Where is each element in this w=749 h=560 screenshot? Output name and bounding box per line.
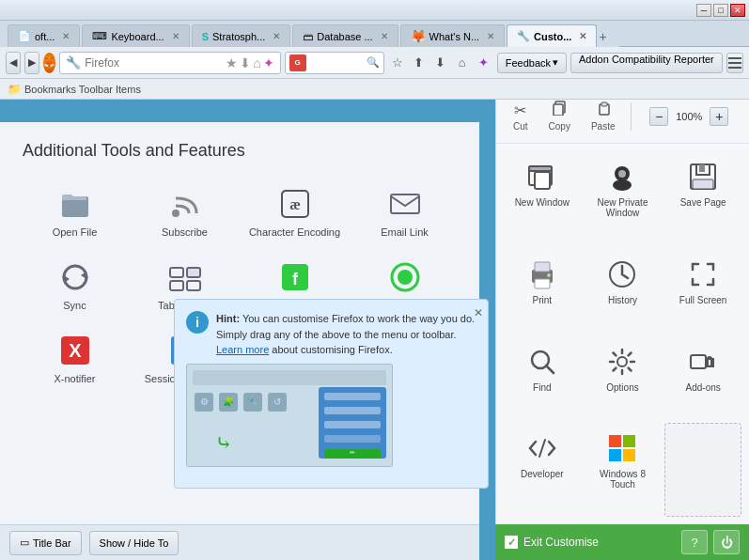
- panel-item-private-window[interactable]: New Private Window: [585, 151, 662, 245]
- upload-icon[interactable]: ⬆: [410, 54, 429, 72]
- cut-button[interactable]: ✂ Cut: [506, 98, 536, 135]
- hint-menu-item-1: [324, 393, 381, 400]
- tab-favicon-3: 🗃: [303, 31, 313, 42]
- panel-item-developer[interactable]: Developer: [504, 423, 581, 517]
- new-tab-button[interactable]: +: [599, 26, 617, 47]
- tab-4[interactable]: 🦊 What's N... ✕: [400, 24, 505, 47]
- home-icon[interactable]: ⌂: [253, 55, 260, 70]
- panel-item-win8touch[interactable]: Windows 8 Touch: [585, 423, 662, 517]
- panel-item-find[interactable]: Find: [504, 336, 581, 420]
- hint-learn-more-link[interactable]: Learn more: [216, 344, 269, 355]
- hint-menu-icon: ✏: [350, 448, 355, 459]
- panel-label-history: History: [608, 295, 637, 305]
- hint-link-after: about customising Firefox.: [272, 344, 392, 355]
- close-button[interactable]: ✕: [730, 4, 745, 17]
- tab-0[interactable]: 📄 oft... ✕: [8, 24, 80, 47]
- exit-customise-button[interactable]: ✓ Exit Customise: [505, 536, 676, 549]
- zoom-minus-button[interactable]: −: [649, 107, 668, 126]
- search-input[interactable]: [308, 57, 365, 69]
- tab-close-5[interactable]: ✕: [579, 31, 586, 41]
- tool-sync[interactable]: Sync: [23, 253, 127, 317]
- bookmark-star-icon[interactable]: ★: [226, 55, 238, 70]
- address-bar[interactable]: 🔧 ★ ⬇ ⌂ ✦: [59, 52, 280, 74]
- addon-purple-icon[interactable]: ✦: [475, 54, 493, 72]
- svg-rect-10: [187, 281, 200, 290]
- panel-label-print: Print: [533, 295, 553, 305]
- svg-rect-9: [187, 268, 200, 277]
- svg-rect-38: [699, 164, 705, 172]
- star-icon[interactable]: ☆: [388, 54, 407, 72]
- home-nav-icon[interactable]: ⌂: [453, 54, 472, 72]
- panel-item-print[interactable]: Print: [504, 249, 581, 333]
- panel-item-empty: [664, 423, 741, 517]
- options-icon: [605, 345, 639, 379]
- panel-item-save-page[interactable]: Save Page: [664, 151, 741, 245]
- power-button[interactable]: ⏻: [713, 530, 740, 554]
- feedback-button[interactable]: Feedback ▾: [497, 53, 567, 73]
- tab-close-2[interactable]: ✕: [273, 31, 280, 41]
- find-icon: [525, 345, 559, 379]
- paste-button[interactable]: Paste: [584, 97, 623, 135]
- panel-label-options: Options: [606, 382, 638, 393]
- help-button[interactable]: ?: [681, 530, 708, 554]
- tool-icon-subscribe: [166, 185, 204, 223]
- search-bar[interactable]: G 🔍: [285, 52, 384, 74]
- address-input[interactable]: [85, 56, 226, 70]
- title-bar-button[interactable]: ▭ Title Bar: [9, 531, 82, 555]
- tool-icon-feedly: f: [276, 258, 314, 296]
- download-nav-icon[interactable]: ⬇: [431, 54, 450, 72]
- tool-xnotifier[interactable]: X X-notifier: [23, 326, 127, 390]
- tab-label-2: Stratosph...: [212, 31, 265, 42]
- panel-item-history[interactable]: History: [585, 249, 662, 333]
- tool-open-file[interactable]: Open File: [23, 179, 127, 243]
- tab-favicon-4: 🦊: [411, 29, 426, 43]
- sim-icon-4: ↺: [268, 393, 287, 412]
- tab-2[interactable]: S Stratosph... ✕: [192, 24, 291, 47]
- menu-line-2: [728, 62, 741, 64]
- panel-item-addons[interactable]: Add-ons: [664, 336, 741, 420]
- tool-email-link[interactable]: Email Link: [352, 179, 457, 243]
- tab-label-3: Database ...: [317, 31, 372, 42]
- tab-favicon-0: 📄: [18, 30, 31, 42]
- panel-item-new-window[interactable]: New Window: [504, 151, 581, 245]
- panel-item-options[interactable]: Options: [585, 336, 662, 420]
- paste-label: Paste: [591, 121, 616, 132]
- tab-label-4: What's N...: [429, 31, 479, 42]
- minimize-button[interactable]: ─: [696, 4, 711, 17]
- forward-button[interactable]: ▶: [24, 52, 39, 74]
- tab-3[interactable]: 🗃 Database ... ✕: [292, 24, 398, 47]
- tab-close-4[interactable]: ✕: [487, 31, 494, 41]
- hint-bold: Hint:: [216, 313, 240, 324]
- search-magnify-icon[interactable]: 🔍: [367, 56, 380, 69]
- tool-char-encoding[interactable]: æ Character Encoding: [242, 179, 347, 243]
- addon-reporter-button[interactable]: Addon Compatibility Reporter: [570, 53, 723, 73]
- download-icon[interactable]: ⬇: [240, 55, 251, 70]
- hint-body: You can customise Firefox to work the wa…: [216, 313, 475, 340]
- maximize-button[interactable]: □: [713, 4, 728, 17]
- hint-close-button[interactable]: ✕: [474, 304, 483, 321]
- addon-icon[interactable]: ✦: [263, 55, 274, 70]
- tab-close-0[interactable]: ✕: [62, 31, 70, 41]
- tab-1[interactable]: ⌨ Keyboard... ✕: [82, 24, 189, 47]
- panel-bottom-bar: ✓ Exit Customise ? ⏻: [495, 524, 749, 560]
- panel-item-fullscreen[interactable]: Full Screen: [664, 249, 741, 333]
- menu-button[interactable]: [726, 53, 743, 73]
- show-hide-button[interactable]: Show / Hide To: [89, 531, 179, 555]
- tool-subscribe[interactable]: Subscribe: [133, 179, 237, 243]
- bookmarks-toolbar-items[interactable]: 📁 Bookmarks Toolbar Items: [8, 83, 141, 96]
- window-controls[interactable]: ─ □ ✕: [696, 4, 745, 17]
- svg-rect-48: [691, 355, 706, 368]
- bottom-bar: ▭ Title Bar Show / Hide To: [0, 524, 479, 560]
- back-button[interactable]: ◀: [6, 52, 21, 74]
- copy-button[interactable]: Copy: [541, 97, 578, 135]
- tab-close-1[interactable]: ✕: [172, 31, 179, 41]
- right-panel: ✂ Cut Copy Paste − 100%: [495, 89, 749, 524]
- tab-5[interactable]: 🔧 Custo... ✕: [507, 24, 597, 47]
- zoom-plus-button[interactable]: +: [710, 107, 728, 126]
- toolbar-icons: ☆ ⬆ ⬇ ⌂ ✦: [388, 54, 493, 72]
- paste-icon: [596, 101, 611, 119]
- feedback-label: Feedback: [506, 57, 551, 69]
- tab-close-3[interactable]: ✕: [381, 31, 388, 41]
- tools-title: Additional Tools and Features: [23, 141, 457, 161]
- exit-checkbox-icon: ✓: [505, 536, 518, 549]
